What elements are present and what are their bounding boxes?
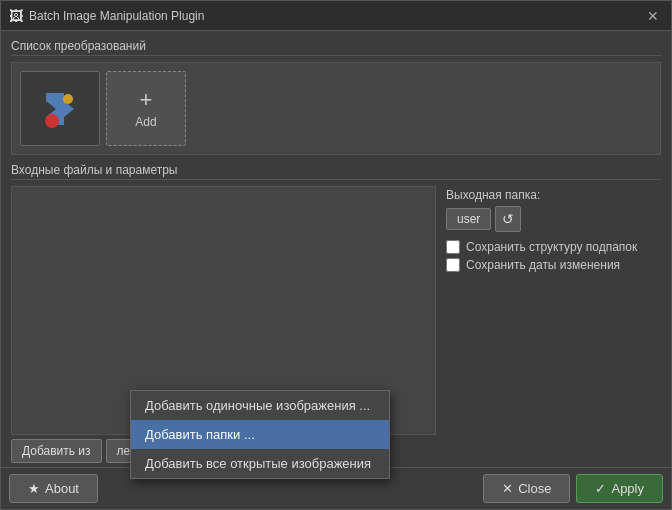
- context-menu-item-add-single[interactable]: Добавить одиночные изображения ...: [131, 391, 389, 420]
- context-menu-item-add-folders[interactable]: Добавить папки ...: [131, 420, 389, 449]
- context-menu-overlay: Добавить одиночные изображения ... Добав…: [0, 0, 672, 510]
- main-window: 🖼 Batch Image Manipulation Plugin ✕ Спис…: [0, 0, 672, 510]
- context-menu-item-add-open[interactable]: Добавить все открытые изображения: [131, 449, 389, 478]
- context-menu: Добавить одиночные изображения ... Добав…: [130, 390, 390, 479]
